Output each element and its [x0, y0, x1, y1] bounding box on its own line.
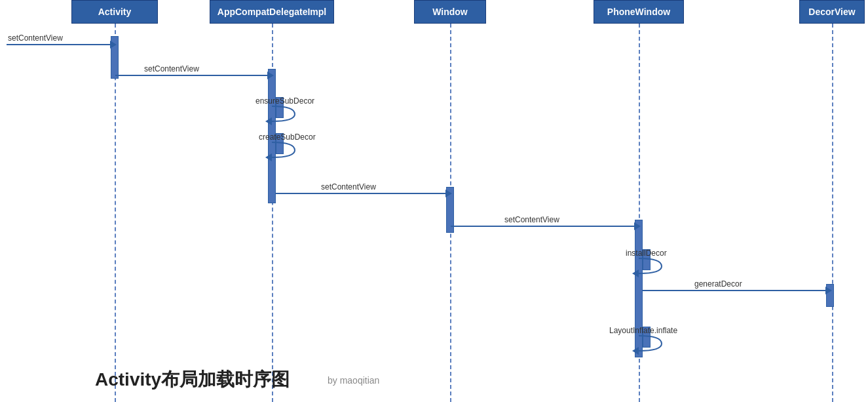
arrow-label-8: generatDecor	[694, 279, 742, 289]
arrow-line-4	[272, 142, 295, 157]
arrow-head-2	[267, 71, 274, 79]
arrow-label-7: installDecor	[626, 249, 667, 258]
arrow-head-7	[632, 270, 639, 277]
arrow-line-3	[272, 106, 295, 121]
arrow-head-4	[265, 153, 272, 161]
arrow-label-3: ensureSubDecor	[255, 96, 314, 106]
sequence-diagram: Activity AppCompatDelegateImpl Window Ph…	[0, 0, 868, 402]
arrow-label-1: setContentView	[8, 33, 63, 43]
arrow-label-2: setContentView	[144, 64, 199, 73]
diagram-title: Activity布局加载时序图	[95, 367, 290, 392]
arrow-head-6	[634, 222, 641, 230]
arrow-head-3	[265, 117, 272, 125]
arrow-head-9	[632, 347, 639, 355]
arrow-head-5	[445, 190, 452, 197]
arrow-label-4: createSubDecor	[259, 132, 316, 142]
arrow-label-6: setContentView	[504, 215, 559, 224]
arrow-line-9	[639, 336, 662, 351]
arrow-line-7	[639, 258, 662, 273]
arrow-label-5: setContentView	[321, 182, 376, 191]
arrows-svg: setContentView setContentView ensureSubD…	[0, 0, 868, 402]
arrow-label-9: LayoutInflate.inflate	[609, 326, 677, 335]
diagram-subtitle: by maoqitian	[328, 375, 379, 386]
arrow-head-1	[110, 41, 117, 49]
arrow-head-8	[825, 287, 832, 294]
